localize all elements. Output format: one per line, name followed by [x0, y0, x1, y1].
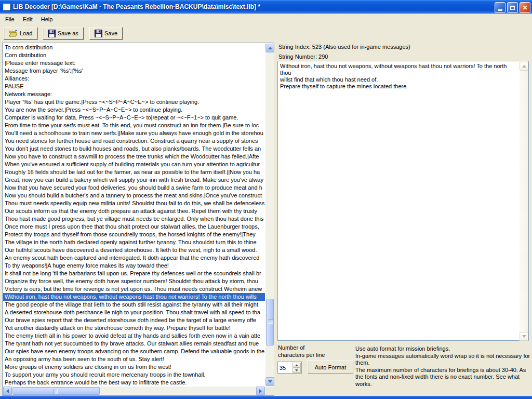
listbox-scroll-down-button[interactable] — [265, 377, 274, 386]
list-item[interactable]: Computer is waiting for data. Press ~<~S… — [3, 114, 265, 122]
editor-scroll-up-button[interactable] — [520, 62, 528, 71]
listbox-hscrollbar-thumb[interactable] — [12, 387, 100, 395]
list-item[interactable]: Perhaps the back entrance would be the b… — [3, 379, 265, 387]
list-item[interactable]: When you've ensured a sufficient supply … — [3, 161, 265, 168]
listbox-scroll-up-button[interactable] — [265, 44, 274, 52]
minimize-icon — [498, 9, 502, 11]
save-as-button[interactable]: Save as — [43, 27, 84, 39]
save-as-button-label: Save as — [58, 30, 78, 36]
floppy-disk-icon — [95, 30, 102, 37]
list-item[interactable]: Message from player '%s':|'%s' — [3, 67, 265, 75]
load-button-label: Load — [20, 30, 32, 36]
list-item[interactable]: From time to time your serfs must eat. T… — [3, 122, 265, 129]
chars-per-line-label: Number of characters per line — [278, 344, 325, 358]
spin-down-button[interactable] — [292, 368, 301, 373]
list-item[interactable]: Great, now you can build a bakery which … — [3, 176, 265, 184]
chars-per-line-input[interactable] — [278, 363, 292, 373]
restore-button[interactable] — [507, 2, 518, 13]
arrow-up-icon — [295, 364, 298, 366]
open-folder-icon — [9, 30, 18, 37]
floppy-disk-icon — [48, 30, 56, 37]
scrollbar-grip — [54, 389, 57, 394]
list-item[interactable]: Now you have to construct a sawmill to p… — [3, 153, 265, 161]
list-item[interactable]: The enemy trieth all in his power to avo… — [3, 332, 265, 340]
toolbar: Load Save as Save — [0, 24, 532, 42]
listbox-scroll-right-button[interactable] — [256, 387, 265, 395]
list-item[interactable]: Our brave spies report that the deserted… — [3, 316, 265, 324]
load-button[interactable]: Load — [4, 27, 37, 39]
minimize-button[interactable] — [495, 2, 506, 13]
list-item[interactable]: A deserted storehouse doth perchance lie… — [3, 309, 265, 316]
title-bar[interactable]: LIB Decoder [D:\Games\KaM - The Peasants… — [0, 0, 532, 14]
string-number-label: String Number: 290 — [278, 54, 328, 60]
auto-format-button-label: Auto Format — [315, 364, 347, 370]
list-item[interactable]: Now you should build a butcher's and a t… — [3, 192, 265, 200]
list-item[interactable]: Our scouts inform us that the enemy doth… — [3, 207, 265, 215]
listbox-vscrollbar-thumb[interactable] — [266, 299, 274, 345]
list-item[interactable]: To thy weapons!|A huge enemy force makes… — [3, 262, 265, 270]
string-listbox[interactable]: To corn distributionCorn distribution|Pl… — [2, 43, 274, 396]
list-item[interactable]: You need stones for further house and ro… — [3, 137, 265, 145]
list-item[interactable]: More groups of enemy soldiers are closin… — [3, 363, 265, 371]
list-item[interactable]: To support your army you should recruit … — [3, 371, 265, 379]
close-icon: ✕ — [522, 5, 527, 11]
list-item[interactable]: Victory is ours, but the time for reveng… — [3, 285, 265, 293]
menu-item-edit[interactable]: Edit — [19, 15, 37, 24]
string-list: To corn distributionCorn distribution|Pl… — [3, 44, 265, 387]
close-button[interactable]: ✕ — [520, 2, 530, 13]
arrow-down-icon — [268, 380, 272, 383]
window-bottom-border — [0, 396, 532, 399]
window-title: LIB Decoder [D:\Games\KaM - The Peasants… — [13, 3, 260, 10]
list-item[interactable]: Alliances: — [3, 75, 265, 83]
menu-item-help[interactable]: Help — [37, 15, 57, 24]
list-item[interactable]: |Please enter message text: — [3, 59, 265, 67]
arrow-right-icon — [259, 389, 262, 393]
list-item[interactable]: Our faithful scouts have discovered a de… — [3, 246, 265, 254]
menu-item-file[interactable]: File — [1, 15, 19, 24]
list-item[interactable]: You don't just need stones to build hous… — [3, 145, 265, 153]
message-textarea[interactable] — [278, 62, 519, 340]
list-item[interactable]: Now that you have secured your food deli… — [3, 184, 265, 192]
arrow-up-icon — [522, 65, 526, 68]
list-item[interactable]: Our spies have seen enemy troops advanci… — [3, 348, 265, 355]
string-index-label: String Index: 523 (Also used for in-game… — [278, 44, 410, 50]
arrow-down-icon — [522, 335, 526, 338]
editor-scroll-down-button[interactable] — [520, 332, 528, 341]
listbox-scroll-left-button[interactable] — [3, 387, 12, 395]
arrow-left-icon — [6, 389, 9, 393]
list-item[interactable]: You are now the server.|Press ~<~S~P~A~C… — [3, 106, 265, 114]
list-item[interactable]: Network message: — [3, 90, 265, 98]
restore-icon — [510, 6, 515, 10]
list-item[interactable]: Thou must needs speedily equip new milit… — [3, 200, 265, 207]
list-item[interactable]: You'll need a schoolhouse to train new s… — [3, 129, 265, 137]
list-item[interactable]: An opposing army has been seen to the so… — [3, 355, 265, 363]
scrollbar-corner — [265, 387, 274, 395]
app-icon — [3, 4, 10, 10]
list-item[interactable]: PAUSE — [3, 83, 265, 90]
help-text: Use auto format for mission briefings. I… — [355, 345, 531, 388]
list-item[interactable]: Roughly 16 fields should be laid out for… — [3, 168, 265, 176]
editor-vscrollbar-track[interactable] — [520, 62, 528, 341]
message-editor — [277, 61, 529, 341]
list-item[interactable]: Corn distribution — [3, 51, 265, 59]
list-item[interactable]: The village in the north hath declared o… — [3, 238, 265, 246]
menu-bar: File Edit Help — [0, 14, 532, 24]
list-item[interactable]: Thou hast made good progress, but ye vil… — [3, 215, 265, 223]
scrollbar-grip — [268, 320, 273, 324]
list-item[interactable]: Once more must I press upon thee that th… — [3, 223, 265, 231]
list-item[interactable]: An enemy scout hath been captured and in… — [3, 254, 265, 262]
list-item[interactable]: Yet another dastardly attack on the stor… — [3, 324, 265, 332]
save-button[interactable]: Save — [89, 27, 123, 39]
list-item[interactable]: Protect thy troops and thyself from thos… — [3, 231, 265, 238]
save-button-label: Save — [104, 30, 117, 36]
spin-up-button[interactable] — [292, 363, 301, 368]
list-item[interactable]: It shall not be long 'til the barbarians… — [3, 270, 265, 277]
arrow-up-icon — [268, 47, 272, 49]
list-item[interactable]: Player '%s' has quit the game.|Press ~<~… — [3, 98, 265, 106]
list-item[interactable]: Organize thy force well, the enemy doth … — [3, 277, 265, 285]
list-item[interactable]: To corn distribution — [3, 44, 265, 51]
auto-format-button[interactable]: Auto Format — [308, 360, 353, 374]
list-item[interactable]: The tyrant hath not yet succumbed to thy… — [3, 340, 265, 348]
list-item[interactable]: The good people of the village that liet… — [3, 301, 265, 309]
list-item[interactable]: Without iron, hast thou not weapons, wit… — [3, 293, 265, 301]
